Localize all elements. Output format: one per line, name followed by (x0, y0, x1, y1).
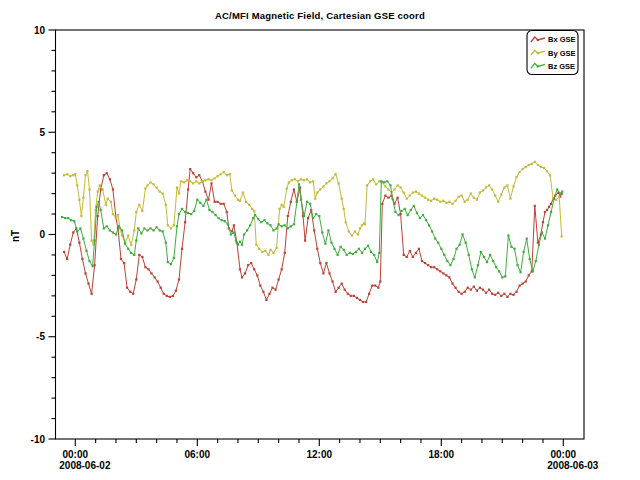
series-bx (63, 168, 563, 303)
x-tick-label: 00:00 (551, 449, 577, 460)
series-bz-markers (61, 180, 563, 278)
legend: Bx GSEBy GSEBz GSE (527, 31, 578, 75)
x-tick-label: 06:00 (185, 449, 211, 460)
y-tick-label: 10 (34, 25, 46, 36)
cdaweb-plot-page: AC/MFI Magnetic Field, Cartesian GSE coo… (0, 0, 640, 480)
x-tick-label: 12:00 (307, 449, 333, 460)
series-by (63, 161, 563, 256)
legend-label-bz: Bz GSE (548, 62, 575, 71)
y-axis-unit-label: nT (10, 230, 21, 242)
x-tick-label: 18:00 (429, 449, 455, 460)
series-by-line (64, 162, 562, 255)
x-date-label: 2008-06-02 (59, 460, 111, 471)
plot-frame (56, 30, 585, 439)
x-date-label: 2008-06-03 (547, 460, 599, 471)
series-bz (61, 180, 563, 278)
x-tick-label: 00:00 (63, 449, 89, 460)
y-tick-label: -10 (31, 434, 46, 445)
y-tick-label: 0 (39, 229, 45, 240)
y-tick-label: 5 (39, 127, 45, 138)
plot-canvas: 1050-5-1000:002008-06-0206:0012:0018:000… (0, 0, 640, 480)
y-tick-label: -5 (36, 331, 45, 342)
legend-label-by: By GSE (548, 49, 576, 58)
series-bx-markers (63, 168, 563, 303)
series-bx-line (64, 169, 562, 302)
legend-label-bx: Bx GSE (548, 35, 576, 44)
